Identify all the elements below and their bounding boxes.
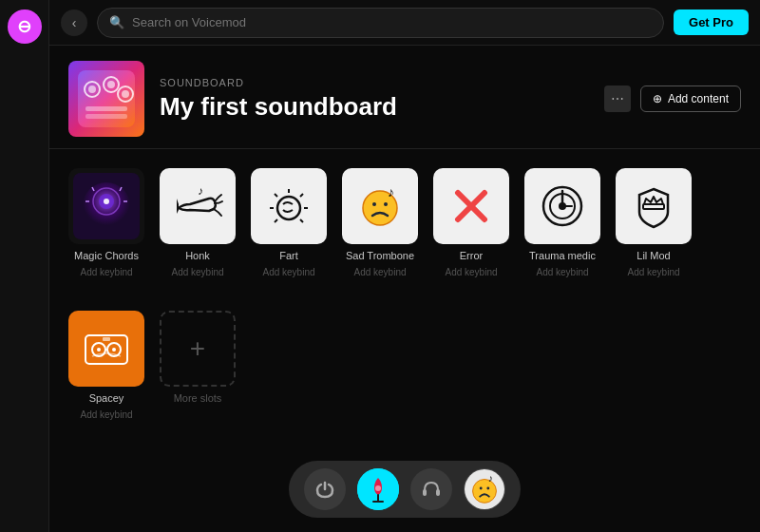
sound-name-error: Error xyxy=(460,250,483,261)
sad-trombone-art: ♪ xyxy=(352,178,408,235)
soundboard-info: SOUNDBOARD My first soundboard xyxy=(160,77,589,122)
sound-keybind-lil-mod[interactable]: Add keybind xyxy=(627,267,679,277)
sound-keybind-error[interactable]: Add keybind xyxy=(445,267,497,277)
microphone-button[interactable] xyxy=(357,468,399,510)
search-icon: 🔍 xyxy=(109,15,124,29)
svg-rect-7 xyxy=(86,106,127,111)
sound-item-error[interactable]: Error Add keybind xyxy=(433,168,509,295)
svg-rect-45 xyxy=(103,337,110,341)
sad-trombone-preview-button[interactable]: ♪ xyxy=(464,468,505,510)
svg-point-28 xyxy=(372,202,376,206)
svg-point-47 xyxy=(375,485,381,491)
main-content: ‹ 🔍 Get Pro xyxy=(49,0,760,532)
sound-card-sad-trombone[interactable]: ♪ xyxy=(342,168,418,244)
fart-art xyxy=(260,178,317,235)
sound-keybind-magic-chords[interactable]: Add keybind xyxy=(80,267,132,277)
svg-rect-48 xyxy=(423,489,427,496)
more-options-button[interactable]: ⋯ xyxy=(604,86,631,112)
svg-point-6 xyxy=(122,90,129,98)
soundboard-header: SOUNDBOARD My first soundboard ⋯ ⊕ Add c… xyxy=(49,46,760,149)
power-icon xyxy=(314,479,335,500)
search-input[interactable] xyxy=(132,15,652,29)
soundboard-title: My first soundboard xyxy=(160,92,589,122)
sound-card-trauma-medic[interactable] xyxy=(524,168,600,244)
sound-item-honk[interactable]: ♪ Honk Add keybind xyxy=(160,168,236,295)
sound-name-honk: Honk xyxy=(185,250,210,261)
more-slots-icon: + xyxy=(190,333,205,364)
more-slots-label: More slots xyxy=(174,392,222,404)
sound-card-error[interactable] xyxy=(433,168,509,244)
microphone-active-icon xyxy=(357,468,399,510)
error-art xyxy=(443,178,500,235)
svg-line-21 xyxy=(300,194,303,197)
sound-name-sad-trombone: Sad Trombone xyxy=(346,250,414,261)
svg-point-52 xyxy=(480,487,483,490)
sound-keybind-honk[interactable]: Add keybind xyxy=(171,267,223,277)
topbar: ‹ 🔍 Get Pro xyxy=(49,0,760,46)
add-content-icon: ⊕ xyxy=(653,92,662,105)
sound-item-lil-mod[interactable]: Lil Mod Add keybind xyxy=(616,168,692,295)
soundboard-actions: ⋯ ⊕ Add content xyxy=(604,86,741,112)
spacey-art xyxy=(78,320,135,377)
sound-name-fart: Fart xyxy=(279,250,298,261)
back-button[interactable]: ‹ xyxy=(61,10,87,36)
sound-keybind-fart[interactable]: Add keybind xyxy=(262,267,314,277)
soundboard-category: SOUNDBOARD xyxy=(160,77,589,88)
sad-trombone-preview-icon: ♪ xyxy=(465,468,504,510)
svg-point-4 xyxy=(107,81,115,88)
sound-keybind-sad-trombone[interactable]: Add keybind xyxy=(353,267,406,277)
add-content-label: Add content xyxy=(668,92,729,105)
sound-grid: Magic Chords Add keybind ♪ Honk Add keyb… xyxy=(49,149,760,456)
get-pro-button[interactable]: Get Pro xyxy=(674,10,749,35)
magic-chords-art xyxy=(73,173,140,239)
headphones-button[interactable] xyxy=(410,468,452,510)
trauma-medic-art xyxy=(534,178,591,235)
logo-icon: ⊖ xyxy=(17,16,31,37)
power-button[interactable] xyxy=(304,468,346,510)
sound-card-honk[interactable]: ♪ xyxy=(160,168,236,244)
sound-name-trauma-medic: Trauma medic xyxy=(529,250,596,261)
svg-rect-38 xyxy=(643,204,664,209)
sound-item-sad-trombone[interactable]: ♪ Sad Trombone Add keybind xyxy=(342,168,418,295)
sound-item-trauma-medic[interactable]: Trauma medic Add keybind xyxy=(524,168,600,295)
sound-keybind-spacey[interactable]: Add keybind xyxy=(80,409,132,420)
svg-line-23 xyxy=(300,219,303,222)
svg-point-42 xyxy=(97,348,101,352)
sound-name-lil-mod: Lil Mod xyxy=(636,250,670,261)
sound-card-magic-chords[interactable] xyxy=(68,168,144,244)
svg-text:♪: ♪ xyxy=(388,184,394,200)
sound-card-fart[interactable] xyxy=(251,168,327,244)
bottom-bar: ♪ xyxy=(49,456,760,532)
sound-name-magic-chords: Magic Chords xyxy=(74,250,139,261)
sound-card-spacey[interactable] xyxy=(68,311,144,387)
svg-point-53 xyxy=(486,487,489,490)
svg-rect-8 xyxy=(86,114,127,119)
svg-text:♪: ♪ xyxy=(198,184,203,198)
lil-mod-art xyxy=(625,178,682,235)
soundboard-thumbnail-art xyxy=(78,70,135,127)
svg-text:♪: ♪ xyxy=(488,472,493,484)
svg-line-26 xyxy=(275,219,277,222)
sound-name-spacey: Spacey xyxy=(89,392,124,404)
svg-point-2 xyxy=(88,86,96,93)
more-slots-card[interactable]: + xyxy=(160,311,236,387)
more-slots-item[interactable]: + More slots xyxy=(160,311,236,438)
search-bar[interactable]: 🔍 xyxy=(97,8,664,38)
sound-item-spacey[interactable]: Spacey Add keybind xyxy=(68,311,144,438)
bottom-controls: ♪ xyxy=(289,461,521,518)
headphones-icon xyxy=(421,479,442,500)
honk-art: ♪ xyxy=(169,178,226,235)
sidebar-logo[interactable]: ⊖ xyxy=(8,10,42,44)
sound-card-lil-mod[interactable] xyxy=(616,168,692,244)
svg-rect-49 xyxy=(436,489,440,496)
sound-item-fart[interactable]: Fart Add keybind xyxy=(251,168,327,295)
soundboard-thumbnail xyxy=(68,61,144,137)
svg-point-13 xyxy=(104,199,109,204)
back-icon: ‹ xyxy=(72,15,77,30)
sound-item-magic-chords[interactable]: Magic Chords Add keybind xyxy=(68,168,144,295)
sidebar: ⊖ xyxy=(0,0,49,532)
svg-line-24 xyxy=(275,194,277,197)
add-content-button[interactable]: ⊕ Add content xyxy=(640,86,741,112)
svg-point-19 xyxy=(277,197,300,219)
sound-keybind-trauma-medic[interactable]: Add keybind xyxy=(536,267,588,277)
